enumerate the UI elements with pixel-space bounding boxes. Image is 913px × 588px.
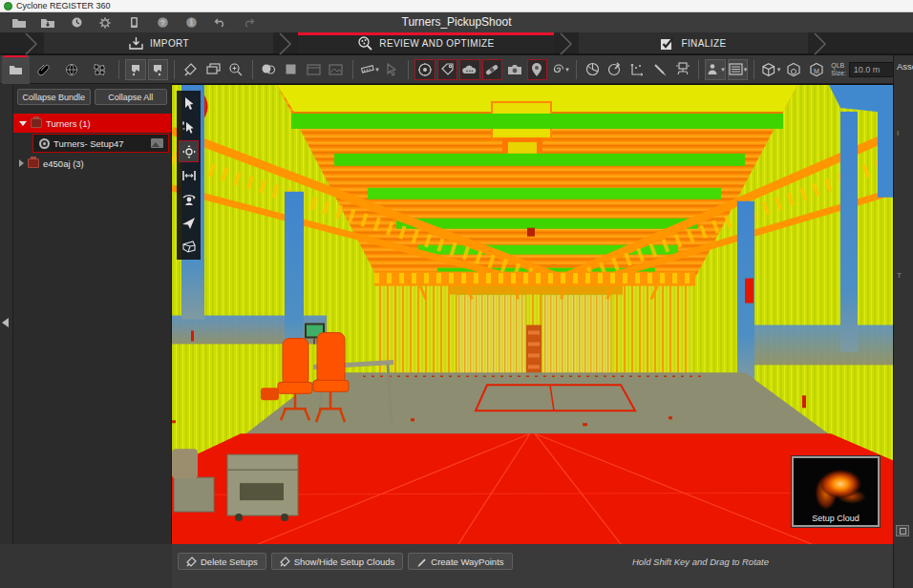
measure-ruler-icon[interactable]: ▾ bbox=[359, 59, 380, 80]
cube-orbit-icon[interactable] bbox=[783, 59, 804, 80]
target-icon[interactable] bbox=[414, 59, 435, 80]
cleanup-knife-icon[interactable] bbox=[180, 59, 202, 80]
measure-distance-icon[interactable] bbox=[179, 164, 199, 186]
size-label: Size: bbox=[831, 70, 846, 76]
cube-view-icon[interactable]: ▾ bbox=[760, 59, 781, 80]
left-collapse-strip bbox=[0, 84, 13, 588]
qlb-size-input[interactable] bbox=[849, 62, 899, 77]
tab-project-panel[interactable] bbox=[2, 55, 30, 84]
fly-navigation-icon[interactable] bbox=[179, 212, 199, 234]
caret-right-icon[interactable] bbox=[19, 159, 24, 167]
eraser-icon bbox=[280, 556, 290, 567]
split-cloud-b-icon[interactable] bbox=[148, 59, 169, 80]
tab-finalize[interactable]: FINALIZE bbox=[579, 32, 808, 53]
pointcloud-scene bbox=[172, 85, 893, 544]
eraser-icon bbox=[186, 556, 197, 567]
caret-down-icon[interactable] bbox=[19, 121, 27, 126]
pick-cursor-icon[interactable] bbox=[179, 116, 199, 138]
assets-panel-title: Assets bbox=[894, 55, 913, 72]
workflow-right-pad bbox=[833, 32, 913, 53]
review-magnifier-icon bbox=[357, 35, 373, 52]
tag-icon[interactable] bbox=[437, 59, 458, 80]
main-toolbar: ▾ ▾ ▾ ▾ ▾ M QLBSize: bbox=[0, 55, 913, 84]
pointcloud-viewport[interactable]: Setup Cloud bbox=[172, 84, 893, 544]
cube-view-icon[interactable] bbox=[179, 236, 199, 258]
main-menubar: ? i Turners_PickupShoot bbox=[0, 12, 913, 32]
link-bandaid-icon[interactable] bbox=[482, 59, 503, 80]
tree-item-label: Turners (1) bbox=[46, 118, 91, 129]
setup-cloud-label: Setup Cloud bbox=[794, 514, 878, 523]
tree-item-setup47[interactable]: Turners- Setup47 bbox=[32, 134, 169, 153]
setup-tree: Turners (1) Turners- Setup47 e450aj (3) bbox=[13, 114, 171, 173]
overlap-circles-icon[interactable] bbox=[259, 59, 280, 80]
assets-panel-collapsed[interactable]: Assets I T bbox=[893, 55, 913, 588]
axes-adjust-icon[interactable] bbox=[627, 59, 648, 80]
tree-item-label: Turners- Setup47 bbox=[53, 138, 124, 149]
bundle-icon bbox=[28, 158, 39, 168]
frame-select-icon[interactable] bbox=[304, 59, 325, 80]
create-waypoints-button[interactable]: Create WayPoints bbox=[408, 553, 512, 570]
person-pano-icon[interactable]: ▾ bbox=[705, 59, 726, 80]
pan-orbit-icon[interactable] bbox=[179, 140, 199, 162]
select-cursor-icon[interactable] bbox=[179, 93, 199, 115]
swirl-visual-icon[interactable]: ▾ bbox=[549, 59, 570, 80]
app-window: Cyclone REGISTER 360 ? i Turners_PickupS… bbox=[0, 0, 913, 588]
show-hide-setup-clouds-button[interactable]: Show/Hide Setup Clouds bbox=[271, 553, 404, 570]
setup-image-icon[interactable] bbox=[151, 138, 163, 148]
collapse-panel-arrow-icon[interactable] bbox=[2, 318, 9, 327]
workflow-chevron-icon bbox=[808, 32, 833, 53]
truslicer-icon[interactable] bbox=[672, 59, 693, 80]
delete-setups-button[interactable]: Delete Setups bbox=[178, 553, 266, 570]
panoramic-view-icon[interactable] bbox=[179, 188, 199, 210]
viewport-bottombar: Delete Setups Show/Hide Setup Clouds Cre… bbox=[172, 544, 893, 588]
project-title: Turners_PickupShoot bbox=[0, 15, 913, 29]
finalize-checkbox-icon bbox=[660, 36, 675, 51]
viewport-tool-palette bbox=[177, 91, 201, 260]
sphere-view-icon[interactable] bbox=[583, 59, 604, 80]
project-sidebar: Collapse Bundle Collapse All Turners (1)… bbox=[13, 84, 172, 588]
panel-expand-button[interactable] bbox=[896, 525, 909, 536]
bottom-left-filler bbox=[0, 544, 172, 588]
cascade-windows-icon[interactable] bbox=[203, 59, 224, 80]
pick-cursor-icon[interactable] bbox=[382, 59, 403, 80]
setup-cloud-thumbnail[interactable]: Setup Cloud bbox=[792, 456, 880, 527]
tab-import-label: IMPORT bbox=[150, 38, 189, 49]
tab-review-and-optimize[interactable]: REVIEW AND OPTIMIZE bbox=[298, 32, 554, 53]
tree-item-bundle-e450aj[interactable]: e450aj (3) bbox=[13, 154, 171, 173]
tree-item-bundle-turners[interactable]: Turners (1) bbox=[13, 114, 171, 133]
collapse-all-button[interactable]: Collapse All bbox=[95, 89, 168, 105]
tab-cluster-panel[interactable] bbox=[86, 55, 114, 84]
camera-icon[interactable] bbox=[504, 59, 525, 80]
workflow-left-pad bbox=[0, 32, 19, 53]
cube-model-icon[interactable]: M bbox=[806, 59, 827, 80]
pen-line-icon[interactable] bbox=[649, 59, 670, 80]
workflow-chevron-icon bbox=[554, 32, 579, 53]
bundle-icon bbox=[31, 118, 42, 128]
pencil-icon bbox=[416, 556, 427, 567]
qlb-label: QLB bbox=[831, 62, 844, 69]
panel-partial-letter: I bbox=[894, 129, 913, 137]
zoom-window-icon[interactable] bbox=[225, 59, 246, 80]
setup-target-icon bbox=[39, 138, 50, 149]
collapse-bundle-button[interactable]: Collapse Bundle bbox=[17, 89, 91, 105]
list-box-icon[interactable]: ▾ bbox=[728, 59, 749, 80]
tab-links-panel[interactable] bbox=[30, 55, 57, 84]
tab-import[interactable]: IMPORT bbox=[44, 32, 273, 53]
tab-review-label: REVIEW AND OPTIMIZE bbox=[379, 38, 494, 49]
workflow-chevron-icon bbox=[273, 32, 298, 53]
sphere-pin-icon[interactable] bbox=[605, 59, 626, 80]
tree-item-label: e450aj (3) bbox=[43, 158, 84, 169]
import-tray-icon bbox=[128, 36, 144, 51]
workflow-band: IMPORT REVIEW AND OPTIMIZE FINALIZE bbox=[0, 32, 913, 55]
svg-text:M: M bbox=[814, 68, 819, 74]
tab-finalize-label: FINALIZE bbox=[681, 38, 726, 49]
fill-selection-icon[interactable] bbox=[281, 59, 302, 80]
tab-sphere-panel[interactable] bbox=[58, 55, 86, 84]
panel-partial-letter: T bbox=[894, 271, 913, 280]
app-logo-icon bbox=[4, 2, 12, 10]
waypoint-pin-icon[interactable] bbox=[527, 59, 548, 80]
frame-image-icon[interactable] bbox=[326, 59, 347, 80]
cloud-icon[interactable] bbox=[459, 59, 480, 80]
workflow-chevron-icon bbox=[19, 32, 44, 53]
split-cloud-a-icon[interactable] bbox=[125, 59, 146, 80]
